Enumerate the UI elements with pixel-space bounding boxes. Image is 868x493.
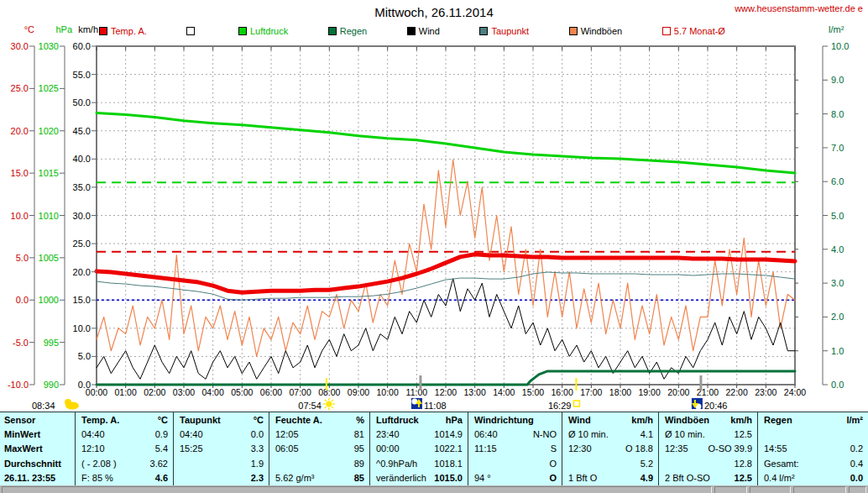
x-axis-label: 07:00: [290, 387, 311, 397]
cell-label: 94 °: [474, 473, 491, 483]
table-column-regen: Regenl/m²14:550.2Gesamt:0.40.4 l/m²0.0: [758, 412, 868, 485]
y-axis-temp: 30.025.020.015.010.05.00.0-5.0-10.0: [8, 41, 34, 390]
table-row-label: MaxWert: [0, 442, 75, 456]
cell-value: 0.4: [850, 459, 863, 469]
x-axis-label: 23:00: [755, 387, 776, 397]
table-row: Ø 10 min.4.1: [562, 427, 658, 441]
weather-chart: 30.025.020.015.010.05.00.0-5.0-10.010301…: [0, 0, 868, 412]
table-row: ^0.9hPa/h1018.1: [370, 456, 468, 470]
marker-moon-cloud: 08:34: [32, 399, 79, 411]
legend-item-taupunkt: Taupunkt: [479, 26, 529, 36]
y-axis-rain-tick-label: 2.0: [831, 312, 844, 322]
cell-label: 14:55: [764, 443, 787, 454]
y-axis-kmh-tick-label: 55.0: [73, 70, 91, 80]
table-row: 5.62 g/m³85: [269, 471, 369, 485]
table-column-header: Windkm/h: [562, 412, 658, 427]
cell-label: 06:40: [474, 429, 498, 439]
x-axis-label: 04:00: [202, 387, 224, 397]
cell-value: O: [549, 459, 557, 469]
cell-value: O: [549, 473, 557, 483]
table-row: Gesamt:0.4: [758, 456, 868, 470]
cell-value: 4.9: [641, 473, 653, 483]
cell-value: 3.3: [251, 443, 264, 454]
legend-item-5-7-monat-: 5.7 Monat-Ø: [662, 26, 725, 36]
x-axis-label: 24:00: [784, 387, 806, 397]
table-column-header: Windrichtung: [468, 412, 562, 427]
table-row: 1 Bft O4.9: [562, 471, 658, 485]
y-axis-hpa-tick-label: 1005: [39, 253, 59, 263]
table-row: [758, 427, 868, 441]
cell-label: ( - 2.08 ): [81, 459, 117, 469]
table-column-header: Taupunkt°C: [174, 412, 269, 427]
table-row: 00:001022.1: [370, 442, 468, 456]
legend-color-box: [186, 27, 195, 35]
y-axis-rain-tick-label: 3.0: [831, 278, 844, 288]
cell-label: 12:10: [81, 443, 105, 454]
y-axis-kmh-tick-label: 60.0: [73, 41, 91, 51]
legend-item-regen: Regen: [328, 26, 367, 36]
legend-label: Regen: [340, 26, 367, 36]
legend-label: Wind: [419, 26, 440, 36]
y-axis-hpa-tick-label: 1020: [39, 126, 59, 136]
status-bar: [0, 485, 868, 493]
table-row-label: MinWert: [0, 427, 75, 441]
cell-value: S: [551, 443, 557, 454]
table-column-header: Temp. A.°C: [76, 412, 173, 427]
table-column-windb-en: Windböenkm/hØ 10 min.12.512:35O-SO 39.91…: [659, 412, 758, 485]
table-row: 06:40N-NO: [468, 427, 562, 441]
cell-value: 5.4: [155, 443, 168, 454]
y-axis-rain-tick-label: 6.0: [831, 176, 844, 186]
y-axis-temp-tick-label: -5.0: [13, 338, 29, 348]
cell-label: 04:40: [81, 429, 105, 439]
x-axis-label: 12:00: [435, 387, 457, 397]
table-row: 04:400.0: [174, 427, 269, 441]
y-axis-hpa-tick-label: 995: [44, 338, 59, 348]
legend-label: Luftdruck: [250, 26, 288, 36]
table-row: F: 85 %4.6: [76, 471, 173, 485]
table-row: 23:401014.9: [370, 427, 468, 441]
column-unit: °C: [254, 415, 264, 425]
legend-color-box: [238, 27, 247, 35]
table-row: 12:30O 18.8: [562, 442, 658, 456]
cell-value: 0.9: [155, 429, 168, 439]
table-column-windrichtung: Windrichtung06:40N-NO11:15SO94 °O: [468, 412, 562, 485]
y-axis-kmh-tick-label: 20.0: [73, 267, 91, 277]
table-row: 2.3: [174, 471, 269, 485]
table-row: 06:0595: [269, 442, 369, 456]
cell-label: 0.4 l/m²: [764, 473, 795, 483]
table-row: Ø 10 min.12.5: [659, 427, 757, 441]
y-axis-rain-tick-label: 9.0: [831, 75, 844, 85]
table-column-header: Windböenkm/h: [659, 412, 757, 427]
cell-label: veränderlich: [376, 473, 426, 483]
y-axis-temp-tick-label: 20.0: [11, 126, 29, 136]
moonset-icon: [692, 398, 703, 410]
y-axis-temp-tick-label: 30.0: [11, 41, 29, 51]
cell-label: F: 85 %: [81, 473, 113, 483]
x-axis-label: 01:00: [115, 387, 137, 397]
cell-value: 4.6: [155, 473, 168, 483]
column-name: Wind: [568, 415, 591, 425]
cell-value: 12.5: [735, 473, 752, 483]
column-name: Luftdruck: [376, 415, 419, 425]
y-axis-temp-tick-label: 10.0: [11, 211, 29, 221]
y-axis-hpa-tick-label: 1010: [39, 211, 59, 221]
cell-label: 06:05: [275, 443, 299, 454]
x-axis-label: 03:00: [173, 387, 195, 397]
cell-label: ^0.9hPa/h: [376, 459, 417, 469]
legend-item-empty: [186, 27, 198, 35]
y-axis-hpa-unit: hPa: [55, 24, 72, 34]
table-row: 2 Bft O-SO12.5: [659, 471, 757, 485]
y-axis-rain-tick-label: 8.0: [831, 109, 844, 119]
column-name: Feuchte A.: [275, 415, 322, 425]
y-axis-rain-tick-label: 5.0: [831, 211, 844, 221]
y-axis-kmh-tick-label: 50.0: [73, 97, 91, 108]
status-bar-segment: [2, 486, 712, 493]
column-unit: °C: [158, 415, 168, 425]
column-name: Windböen: [665, 415, 709, 425]
table-column-feuchte-a-: Feuchte A.%12:058106:0595895.62 g/m³85: [269, 412, 370, 485]
cell-label: 23:40: [376, 429, 400, 439]
table-row: 04:400.9: [76, 427, 173, 441]
status-bar-segment: [793, 486, 846, 493]
table-column-taupunkt: Taupunkt°C04:400.015:253.31.92.3: [174, 412, 269, 485]
chart-legend: Temp. A.LuftdruckRegenWindTaupunktWindbö…: [99, 25, 725, 37]
